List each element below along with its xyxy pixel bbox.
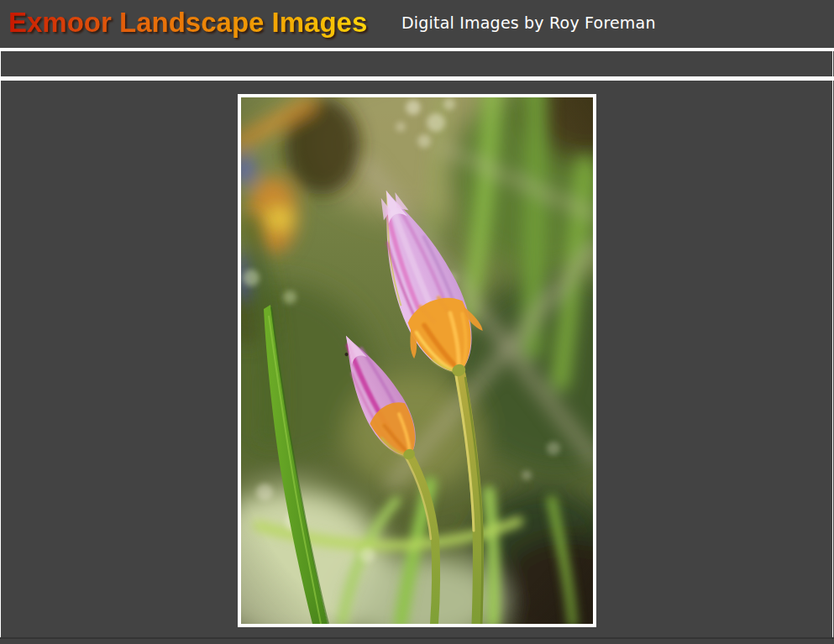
- tulip-photo[interactable]: [241, 97, 593, 624]
- page-root: Exmoor Landscape Images Digital Images b…: [0, 0, 834, 644]
- main-content: [1, 81, 833, 637]
- site-tagline: Digital Images by Roy Foreman: [401, 13, 656, 33]
- site-title[interactable]: Exmoor Landscape Images: [8, 4, 367, 41]
- site-header: Exmoor Landscape Images Digital Images b…: [0, 0, 834, 48]
- page-bottom-border: [0, 637, 834, 639]
- page-left-border: [0, 48, 1, 638]
- photo-frame: [238, 94, 596, 627]
- nav-bar: [1, 51, 833, 76]
- photo-vignette: [241, 97, 593, 624]
- page-right-border: [832, 48, 833, 638]
